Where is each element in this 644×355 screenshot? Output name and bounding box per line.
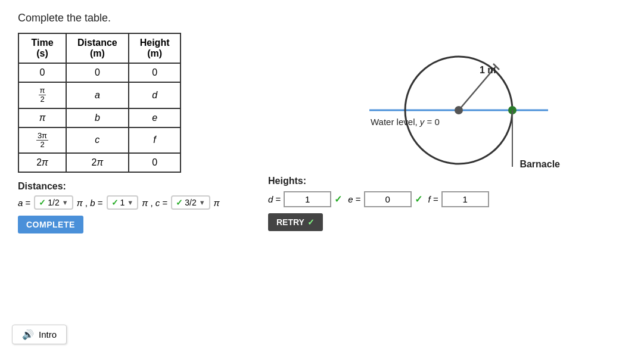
c-dropdown[interactable]: ✓ 3/2 ▼ (171, 195, 210, 210)
heights-label: Heights: (268, 176, 626, 186)
height-d: d (129, 82, 181, 108)
a-dropdown[interactable]: ✓ 1/2 ▼ (34, 195, 73, 210)
time-2pi: 2π (18, 153, 66, 172)
col-height: Height(m) (129, 33, 181, 63)
height-0: 0 (129, 63, 181, 82)
height-f: f (129, 127, 181, 154)
height-last: 0 (129, 153, 181, 172)
barnacle-label: Barnacle (519, 159, 560, 170)
col-distance: Distance(m) (66, 33, 129, 63)
table-row: 0 0 0 (18, 63, 181, 82)
retry-button[interactable]: RETRY ✓ (268, 213, 323, 231)
e-input[interactable] (364, 191, 412, 207)
time-pi: π (18, 108, 66, 127)
dist-0: 0 (66, 63, 129, 82)
b-value: 1 (120, 198, 125, 207)
diagram-container: 1 m Water level, y = 0 Barnacle (334, 33, 560, 170)
intro-label: Intro (39, 329, 57, 340)
intro-button[interactable]: 🔊 Intro (12, 325, 67, 344)
speaker-icon: 🔊 (22, 329, 34, 340)
time-0: 0 (18, 63, 66, 82)
distances-row: a = ✓ 1/2 ▼ π , b = ✓ 1 ▼ π , c = ✓ 3/2 … (18, 195, 220, 210)
table-row: 2π 2π 0 (18, 153, 181, 172)
time-3pi2: 3π2 (18, 127, 66, 154)
c-dropdown-arrow: ▼ (199, 199, 206, 206)
retry-check-icon: ✓ (307, 217, 315, 227)
b-dropdown[interactable]: ✓ 1 ▼ (107, 195, 139, 210)
d-group: d = ✓ (268, 191, 342, 207)
distances-label: Distances: (18, 181, 220, 192)
data-table: Time(s) Distance(m) Height(m) 0 0 0 π2 (18, 33, 181, 173)
d-check-icon: ✓ (334, 194, 342, 205)
heights-row: d = ✓ e = ✓ f = (268, 191, 626, 207)
a-prefix: a = (18, 198, 30, 208)
a-dropdown-arrow: ▼ (62, 199, 69, 206)
height-e: e (129, 108, 181, 127)
f-label: f = (428, 194, 438, 204)
b-check-icon: ✓ (111, 198, 119, 207)
d-label: d = (268, 194, 281, 204)
svg-text:Water level, y = 0: Water level, y = 0 (371, 117, 440, 127)
a-value: 1/2 (48, 198, 59, 207)
table-row: π b e (18, 108, 181, 127)
complete-button[interactable]: COMPLETE (18, 216, 83, 233)
col-time: Time(s) (18, 33, 66, 63)
b-pi-text: π , c = (142, 198, 167, 208)
dist-b: b (66, 108, 129, 127)
dist-c: c (66, 127, 129, 154)
right-section: 1 m Water level, y = 0 Barnacle Heights: (268, 33, 626, 233)
e-group: e = ✓ (348, 191, 422, 207)
c-value: 3/2 (185, 198, 196, 207)
time-pi2: π2 (18, 82, 66, 108)
c-check-icon: ✓ (176, 198, 183, 207)
dist-2pi: 2π (66, 153, 129, 172)
instruction-text: Complete the table. (18, 12, 626, 24)
b-dropdown-arrow: ▼ (127, 199, 133, 206)
e-label: e = (348, 194, 360, 204)
heights-section: Heights: d = ✓ e = ✓ f = (268, 176, 626, 231)
f-input[interactable] (441, 191, 489, 207)
table-row: π2 a d (18, 82, 181, 108)
a-pi-text: π , b = (77, 198, 103, 208)
a-check-icon: ✓ (39, 198, 46, 207)
left-section: Time(s) Distance(m) Height(m) 0 0 0 π2 (18, 33, 220, 233)
e-check-icon: ✓ (415, 194, 422, 205)
main-container: Complete the table. Time(s) Distance(m) … (0, 0, 644, 355)
d-input[interactable] (284, 191, 331, 207)
svg-text:1 m: 1 m (480, 65, 496, 75)
diagram-svg: 1 m Water level, y = 0 (334, 33, 560, 170)
svg-point-6 (455, 106, 463, 114)
retry-label: RETRY (276, 217, 304, 227)
dist-a: a (66, 82, 129, 108)
f-group: f = (428, 191, 489, 207)
table-row: 3π2 c f (18, 127, 181, 154)
c-pi-text: π (214, 198, 220, 208)
